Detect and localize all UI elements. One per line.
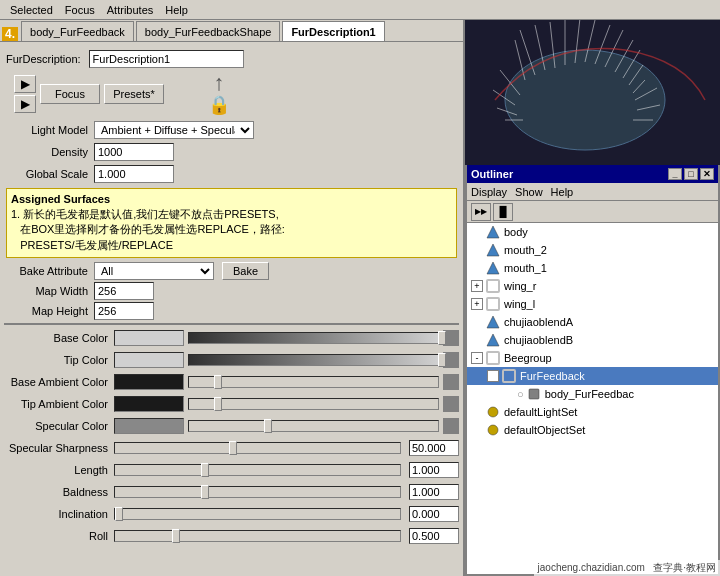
outliner-toolbar-btn-2[interactable]: ▐▌ <box>493 203 513 221</box>
outliner-close-btn[interactable]: ✕ <box>700 168 714 180</box>
map-width-input[interactable] <box>94 282 154 300</box>
nav-up-btn[interactable]: ▶ <box>14 75 36 93</box>
slider-label-6: Length <box>4 464 114 476</box>
light-model-dropdown[interactable]: Ambient + Diffuse + Specular <box>94 121 254 139</box>
slider-label-0: Base Color <box>4 332 114 344</box>
outliner-item-6[interactable]: chujiaoblendB <box>467 331 718 349</box>
focus-button[interactable]: Focus <box>40 84 100 104</box>
outliner-label-6: chujiaoblendB <box>504 334 573 346</box>
color-picker-btn-3[interactable] <box>443 396 459 412</box>
outliner-label-10: defaultLightSet <box>504 406 577 418</box>
menubar: Selected Focus Attributes Help <box>0 0 720 20</box>
slider-handle-9[interactable] <box>172 529 180 543</box>
map-height-input[interactable] <box>94 302 154 320</box>
slider-handle-0[interactable] <box>438 331 446 345</box>
outliner-item-0[interactable]: body <box>467 223 718 241</box>
slider-handle-2[interactable] <box>214 375 222 389</box>
outliner-item-4[interactable]: +wing_l <box>467 295 718 313</box>
outliner-item-8[interactable]: -FurFeedback <box>467 367 718 385</box>
menu-help[interactable]: Help <box>159 3 194 17</box>
slider-handle-6[interactable] <box>201 463 209 477</box>
slider-handle-7[interactable] <box>201 485 209 499</box>
outliner-minimize-btn[interactable]: _ <box>668 168 682 180</box>
outliner-label-5: chujiaoblendA <box>504 316 573 328</box>
furdesc-input[interactable] <box>89 50 244 68</box>
slider-track-4[interactable] <box>188 420 439 432</box>
light-model-label: Light Model <box>4 124 94 136</box>
assigned-surfaces-title: Assigned Surfaces <box>11 193 452 205</box>
outliner-menu-help[interactable]: Help <box>551 186 574 198</box>
slider-label-7: Baldness <box>4 486 114 498</box>
density-row: Density <box>4 142 459 162</box>
slider-track-6[interactable] <box>114 464 401 476</box>
tab-body-furfeedback[interactable]: body_FurFeedback <box>21 21 134 41</box>
outliner-item-3[interactable]: +wing_r <box>467 277 718 295</box>
slider-value-input-5[interactable] <box>409 440 459 456</box>
slider-track-2[interactable] <box>188 376 439 388</box>
density-input[interactable] <box>94 143 174 161</box>
slider-handle-8[interactable] <box>115 507 123 521</box>
slider-handle-3[interactable] <box>214 397 222 411</box>
svg-rect-29 <box>487 352 499 364</box>
outliner-item-1[interactable]: mouth_2 <box>467 241 718 259</box>
global-scale-input[interactable] <box>94 165 174 183</box>
slider-row-3: Tip Ambient Color <box>4 394 459 414</box>
menu-focus[interactable]: Focus <box>59 3 101 17</box>
slider-track-3[interactable] <box>188 398 439 410</box>
menu-attributes[interactable]: Attributes <box>101 3 159 17</box>
slider-track-9[interactable] <box>114 530 401 542</box>
slider-value-input-8[interactable] <box>409 506 459 522</box>
tab-furdescription1[interactable]: FurDescription1 <box>282 21 384 41</box>
sliders-container: Base ColorTip ColorBase Ambient ColorTip… <box>4 328 459 546</box>
slider-track-5[interactable] <box>114 442 401 454</box>
slider-track-8[interactable] <box>114 508 401 520</box>
outliner-toolbar: ▶▶ ▐▌ <box>467 201 718 223</box>
slider-label-1: Tip Color <box>4 354 114 366</box>
outliner-item-11[interactable]: defaultObjectSet <box>467 421 718 439</box>
outliner-label-11: defaultObjectSet <box>504 424 585 436</box>
outliner-item-5[interactable]: chujiaoblendA <box>467 313 718 331</box>
color-picker-btn-2[interactable] <box>443 374 459 390</box>
assigned-surfaces-box: Assigned Surfaces 1. 新长的毛发都是默认值,我们左键不放点击… <box>6 188 457 258</box>
color-swatch-1[interactable] <box>114 352 184 368</box>
outliner-menu-show[interactable]: Show <box>515 186 543 198</box>
expand-btn-8[interactable]: - <box>487 370 499 382</box>
slider-value-input-7[interactable] <box>409 484 459 500</box>
outliner-icon-1 <box>485 242 501 258</box>
slider-handle-4[interactable] <box>264 419 272 433</box>
color-picker-btn-4[interactable] <box>443 418 459 434</box>
nav-play-btn[interactable]: ▶ <box>14 95 36 113</box>
expand-btn-4[interactable]: + <box>471 298 483 310</box>
slider-track-0[interactable] <box>188 332 439 344</box>
outliner-maximize-btn[interactable]: □ <box>684 168 698 180</box>
menu-selected[interactable]: Selected <box>4 3 59 17</box>
slider-track-1[interactable] <box>188 354 439 366</box>
slider-label-5: Specular Sharpness <box>4 442 114 454</box>
outliner-item-2[interactable]: mouth_1 <box>467 259 718 277</box>
color-swatch-0[interactable] <box>114 330 184 346</box>
outliner-item-9[interactable]: ○body_FurFeedbac <box>467 385 718 403</box>
presets-button[interactable]: Presets* <box>104 84 164 104</box>
slider-track-7[interactable] <box>114 486 401 498</box>
slider-value-input-9[interactable] <box>409 528 459 544</box>
bake-attribute-dropdown[interactable]: All <box>94 262 214 280</box>
outliner-label-3: wing_r <box>504 280 536 292</box>
svg-marker-28 <box>487 334 499 346</box>
outliner-menu-display[interactable]: Display <box>471 186 507 198</box>
bake-button[interactable]: Bake <box>222 262 269 280</box>
expand-btn-3[interactable]: + <box>471 280 483 292</box>
global-scale-row: Global Scale <box>4 164 459 184</box>
expand-btn-7[interactable]: - <box>471 352 483 364</box>
tab-body-furfeedbackshape[interactable]: body_FurFeedbackShape <box>136 21 281 41</box>
slider-handle-5[interactable] <box>229 441 237 455</box>
slider-value-input-6[interactable] <box>409 462 459 478</box>
density-label: Density <box>4 146 94 158</box>
color-swatch-2[interactable] <box>114 374 184 390</box>
outliner-item-10[interactable]: defaultLightSet <box>467 403 718 421</box>
color-swatch-4[interactable] <box>114 418 184 434</box>
slider-handle-1[interactable] <box>438 353 446 367</box>
outliner-item-7[interactable]: -Beegroup <box>467 349 718 367</box>
outliner-toolbar-btn-1[interactable]: ▶▶ <box>471 203 491 221</box>
color-swatch-3[interactable] <box>114 396 184 412</box>
map-width-label: Map Width <box>4 285 94 297</box>
